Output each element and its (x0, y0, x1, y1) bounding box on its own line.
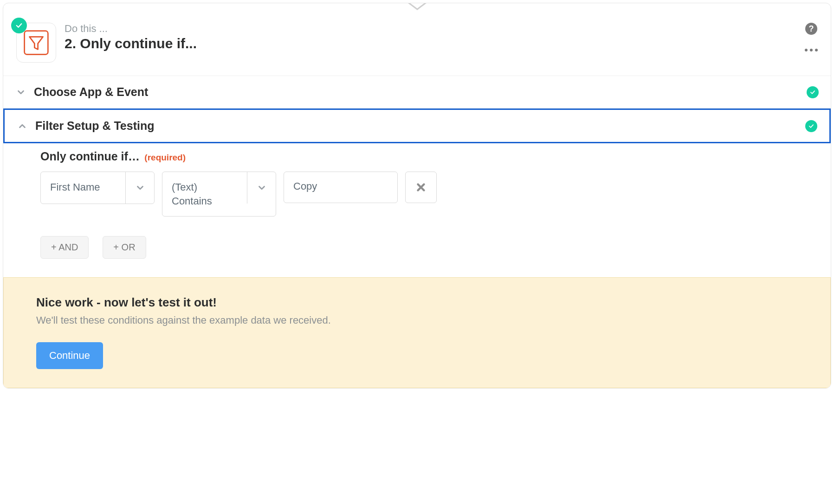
filter-body: Only continue if… (required) First Name … (3, 143, 831, 277)
step-card: Do this ... 2. Only continue if... ? Cho… (3, 3, 831, 389)
condition-field-select[interactable]: First Name (40, 172, 155, 204)
help-icon[interactable]: ? (805, 23, 817, 35)
connector-notch (3, 3, 831, 12)
remove-condition-button[interactable] (405, 172, 437, 203)
test-panel: Nice work - now let's test it out! We'll… (3, 277, 831, 388)
condition-value-input[interactable]: Copy (284, 172, 398, 203)
condition-value-text: Copy (293, 180, 317, 192)
test-panel-title: Nice work - now let's test it out! (36, 295, 798, 310)
chevron-down-icon (15, 87, 26, 98)
header-actions: ? (805, 23, 818, 51)
add-or-button[interactable]: + OR (103, 236, 146, 259)
step-subtitle: Do this ... (65, 23, 796, 35)
continue-button[interactable]: Continue (36, 342, 103, 369)
section-status-icon (807, 86, 819, 98)
section-status-icon (805, 120, 817, 132)
condition-operator-value: (Text) Contains (162, 172, 247, 216)
close-icon (415, 181, 427, 193)
status-badge (11, 18, 27, 33)
section-label: Filter Setup & Testing (35, 119, 798, 133)
section-filter-setup-testing[interactable]: Filter Setup & Testing (3, 108, 831, 143)
check-icon (15, 21, 23, 30)
condition-operator-select[interactable]: (Text) Contains (162, 172, 276, 217)
step-header: Do this ... 2. Only continue if... ? (3, 12, 831, 76)
add-and-button[interactable]: + AND (40, 236, 89, 259)
condition-field-value: First Name (41, 172, 125, 204)
filter-condition-row: First Name (Text) Contains Copy (40, 172, 831, 217)
filter-funnel-icon (23, 29, 50, 56)
filter-field-label: Only continue if… (40, 150, 140, 163)
more-menu-icon[interactable] (805, 49, 818, 51)
logic-buttons-row: + AND + OR (40, 236, 831, 259)
test-panel-subtitle: We'll test these conditions against the … (36, 314, 798, 326)
header-titles: Do this ... 2. Only continue if... (65, 23, 796, 51)
section-choose-app-event[interactable]: Choose App & Event (3, 76, 831, 108)
chevron-down-icon (247, 172, 276, 204)
chevron-down-icon (125, 172, 154, 204)
filter-field-label-row: Only continue if… (required) (40, 150, 831, 163)
section-label: Choose App & Event (34, 85, 799, 99)
step-title: 2. Only continue if... (65, 36, 796, 51)
app-icon-container (16, 23, 56, 63)
svg-rect-0 (25, 31, 48, 55)
chevron-up-icon (17, 121, 28, 132)
required-tag: (required) (144, 153, 186, 162)
